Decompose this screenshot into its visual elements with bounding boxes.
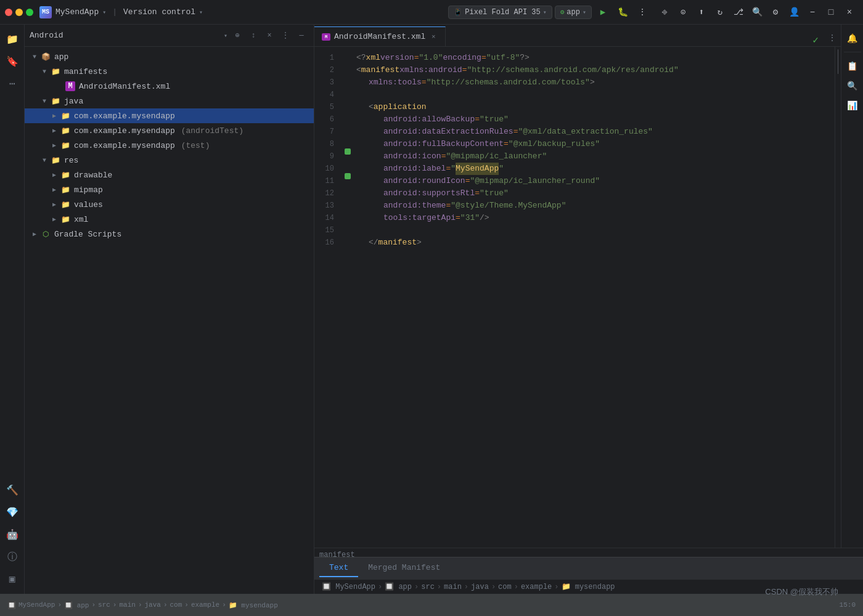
close-window-button[interactable]: [5, 9, 12, 16]
chevron-icon: ▶: [49, 170, 59, 180]
editor-tabs: M AndroidManifest.xml × ✓ ⋮: [314, 25, 841, 47]
tab-merged-manifest[interactable]: Merged Manifest: [358, 559, 450, 577]
minimize-sidebar-button[interactable]: —: [294, 28, 309, 43]
settings-button[interactable]: ⚙: [767, 4, 784, 21]
tab-more-button[interactable]: ⋮: [824, 29, 841, 46]
tab-androidmanifest[interactable]: M AndroidManifest.xml ×: [314, 26, 446, 46]
tree-item-values[interactable]: ▶ 📁 values: [25, 197, 314, 212]
breadcrumb-java[interactable]: java: [471, 583, 489, 591]
bookmarks-button[interactable]: 🔖: [2, 52, 22, 71]
branches-button[interactable]: ⎇: [730, 4, 747, 21]
editor-scrollbar[interactable]: [835, 47, 841, 616]
watermark: CSDN @假装我不帅: [765, 586, 838, 598]
tree-item-manifests[interactable]: ▼ 📁 manifests: [25, 64, 314, 79]
maximize-window-button[interactable]: [26, 9, 33, 16]
version-control-label[interactable]: Version control: [123, 7, 195, 17]
run-config[interactable]: ⚙ app ▾: [555, 6, 592, 19]
project-name[interactable]: MySendApp: [55, 7, 99, 17]
breadcrumb-example[interactable]: example: [521, 583, 552, 591]
code-check-icon: ✓: [812, 34, 819, 46]
close-sidebar-button[interactable]: ×: [262, 28, 277, 43]
debug-button[interactable]: 🐛: [614, 4, 631, 21]
code-line-11: android:roundIcon="@mipmap/ic_launcher_r…: [351, 175, 835, 187]
hammer-icon[interactable]: 🔨: [2, 480, 22, 500]
gutter-line-11: [344, 170, 351, 182]
android-icon[interactable]: 🤖: [2, 525, 22, 545]
tree-item-res[interactable]: ▼ 📁 res: [25, 153, 314, 168]
history-button[interactable]: ⊙: [674, 4, 692, 21]
tree-label-pkg1: com.example.mysendapp: [74, 111, 175, 121]
tree-item-pkg3[interactable]: ▶ 📁 com.example.mysendapp (test): [25, 138, 314, 153]
tree-item-androidmanifest[interactable]: ▶ M AndroidManifest.xml: [25, 79, 314, 94]
minimize-button[interactable]: −: [804, 4, 821, 21]
tab-text[interactable]: Text: [319, 559, 358, 577]
tab-close-button[interactable]: ×: [429, 33, 438, 41]
tree-item-xml[interactable]: ▶ 📁 xml: [25, 212, 314, 227]
push-button[interactable]: ⬆: [693, 4, 710, 21]
code-line-9: android:icon="@mipmap/ic_launcher": [351, 150, 835, 163]
search-button[interactable]: 🔍: [748, 4, 766, 21]
new-file-button[interactable]: ⊕: [230, 28, 245, 43]
tree-item-mipmap[interactable]: ▶ 📁 mipmap: [25, 182, 314, 197]
tree-item-drawable[interactable]: ▶ 📁 drawable: [25, 168, 314, 182]
folder-icon: 📁: [51, 96, 60, 106]
breadcrumb-mysendapp2[interactable]: 📁 mysendapp: [562, 582, 615, 591]
right-tool-3[interactable]: 📊: [844, 97, 861, 114]
tree-item-java[interactable]: ▼ 📁 java: [25, 94, 314, 108]
line-num-11: 11: [314, 175, 339, 187]
gutter-line-12: [344, 182, 351, 195]
minimize-window-button[interactable]: [15, 9, 23, 16]
run-button[interactable]: ▶: [594, 4, 611, 21]
notifications-button[interactable]: 🔔: [844, 30, 861, 47]
code-content[interactable]: <?xml version="1.0" encoding="utf-8"?> <…: [351, 47, 835, 616]
sync-files-button[interactable]: ↕: [246, 28, 261, 43]
package-icon: 📁: [60, 140, 70, 150]
line-num-3: 3: [314, 76, 339, 89]
status-breadcrumb-1: MySendApp: [18, 601, 55, 609]
info-icon[interactable]: ⓘ: [2, 547, 22, 567]
commit-button[interactable]: ⎆: [656, 4, 673, 21]
sidebar-title-arrow[interactable]: ▾: [224, 32, 227, 39]
device-selector[interactable]: 📱 Pixel Fold API 35 ▾: [448, 6, 552, 19]
chevron-icon: ▶: [30, 229, 39, 239]
green-dot-11: [345, 173, 351, 179]
breadcrumb-com[interactable]: com: [498, 583, 512, 591]
line-num-10: 10: [314, 163, 339, 175]
breadcrumb-main[interactable]: main: [444, 583, 462, 591]
breadcrumb-src[interactable]: src: [421, 583, 435, 591]
more-run-options-button[interactable]: ⋮: [634, 4, 651, 21]
settings-sidebar-button[interactable]: ⋮: [278, 28, 293, 43]
tree-label-xml: xml: [74, 215, 88, 224]
sync-button[interactable]: ↻: [711, 4, 729, 21]
status-breadcrumb-7: example: [191, 601, 219, 609]
restore-button[interactable]: □: [822, 4, 840, 21]
folder-icon: 📁: [60, 185, 70, 195]
gem-icon[interactable]: 💎: [2, 503, 22, 522]
tree-item-gradle[interactable]: ▶ ⬡ Gradle Scripts: [25, 227, 314, 241]
project-dropdown-arrow[interactable]: ▾: [102, 9, 106, 16]
right-tool-2[interactable]: 🔍: [844, 77, 861, 94]
line-num-2: 2: [314, 64, 339, 76]
chevron-icon: ▶: [49, 111, 59, 121]
account-button[interactable]: 👤: [785, 4, 803, 21]
breadcrumb-mysendapp[interactable]: 🔲 MySendApp: [322, 582, 375, 591]
breadcrumb-app[interactable]: 🔲 app: [385, 582, 412, 591]
code-editor[interactable]: 1 2 3 4 5 6 7 8 9 10 11 12 13 14 15 16: [314, 47, 841, 616]
terminal-icon[interactable]: ▣: [2, 569, 22, 589]
line-num-16: 16: [314, 237, 339, 249]
tree-label-manifests: manifests: [64, 67, 107, 76]
right-tool-1[interactable]: 📋: [844, 57, 861, 75]
code-line-16: </manifest>: [351, 237, 835, 249]
tree-item-pkg1[interactable]: ▶ 📁 com.example.mysendapp: [25, 108, 314, 123]
title-bar-center: 📱 Pixel Fold API 35 ▾ ⚙ app ▾ ▶ 🐛 ⋮: [448, 4, 651, 21]
tree-label-pkg2: com.example.mysendapp: [74, 126, 175, 136]
status-bar: 🔲 MySendApp › 🔲 app › src › main › java …: [0, 594, 863, 616]
more-tools-button[interactable]: ⋯: [2, 74, 22, 94]
tree-item-pkg2[interactable]: ▶ 📁 com.example.mysendapp (androidTest): [25, 123, 314, 138]
gutter-line-15: [344, 219, 351, 232]
close-button[interactable]: ×: [841, 4, 858, 21]
tree-label-pkg3: com.example.mysendapp: [74, 141, 175, 150]
project-view-button[interactable]: 📁: [2, 30, 22, 49]
tree-item-app[interactable]: ▼ 📦 app: [25, 49, 314, 64]
version-control-arrow[interactable]: ▾: [199, 9, 203, 16]
